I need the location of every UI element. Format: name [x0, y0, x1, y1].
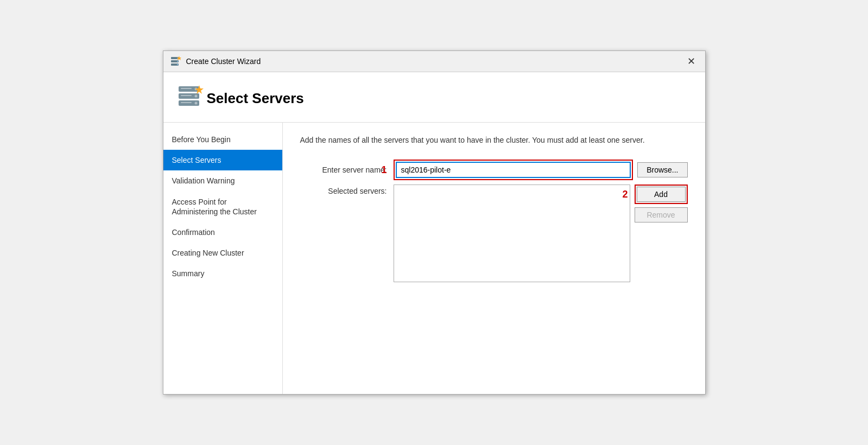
sidebar-item-creating-new-cluster[interactable]: Creating New Cluster [163, 243, 282, 263]
server-name-input[interactable] [396, 162, 631, 178]
content-area: Before You Begin Select Servers Validati… [163, 123, 705, 394]
add-button[interactable]: Add [637, 187, 686, 202]
description-text: Add the names of all the servers that yo… [300, 136, 688, 144]
create-cluster-wizard-window: Create Cluster Wizard ✕ Select Servers B… [163, 50, 706, 395]
sidebar-item-confirmation[interactable]: Confirmation [163, 222, 282, 243]
sidebar-item-before-you-begin[interactable]: Before You Begin [163, 129, 282, 150]
selected-servers-label: Selected servers: [300, 187, 387, 195]
header-area: Select Servers [163, 72, 705, 123]
svg-rect-14 [181, 95, 192, 96]
header-icon [176, 83, 207, 113]
sidebar-item-select-servers[interactable]: Select Servers [163, 150, 282, 170]
remove-button[interactable]: Remove [635, 207, 688, 223]
svg-point-12 [194, 102, 197, 105]
sidebar-item-summary[interactable]: Summary [163, 263, 282, 284]
server-name-label: Enter server name: [300, 166, 387, 174]
svg-point-11 [194, 95, 197, 98]
sidebar-item-validation-warning[interactable]: Validation Warning [163, 170, 282, 191]
sidebar: Before You Begin Select Servers Validati… [163, 123, 283, 394]
svg-point-4 [177, 61, 178, 62]
title-bar: Create Cluster Wizard ✕ [163, 51, 705, 72]
server-name-input-wrapper [394, 160, 633, 180]
page-title: Select Servers [207, 90, 304, 107]
svg-rect-13 [181, 88, 192, 89]
selected-servers-row: Selected servers: 2 Add Remove [300, 185, 688, 282]
title-bar-left: Create Cluster Wizard [170, 55, 261, 67]
svg-rect-15 [181, 102, 192, 103]
browse-button[interactable]: Browse... [637, 162, 687, 177]
main-content: Add the names of all the servers that yo… [283, 123, 705, 394]
window-title: Create Cluster Wizard [186, 57, 261, 66]
sidebar-item-access-point[interactable]: Access Point for Administering the Clust… [163, 192, 282, 222]
wizard-title-icon [170, 55, 182, 67]
close-button[interactable]: ✕ [684, 55, 699, 67]
svg-marker-6 [177, 56, 181, 60]
svg-point-5 [177, 64, 178, 65]
selected-servers-box[interactable] [394, 185, 630, 282]
badge-2: 2 [623, 189, 628, 200]
server-name-row: Enter server name: 1 Browse... [300, 160, 688, 180]
